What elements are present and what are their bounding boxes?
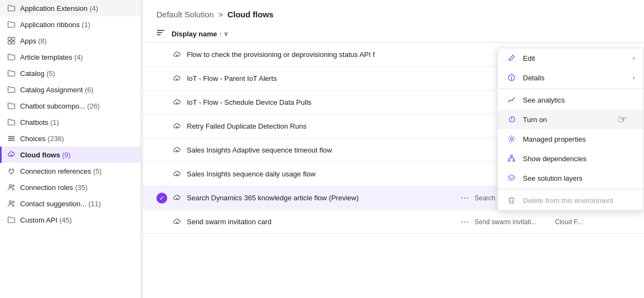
- menu-divider: [498, 189, 643, 189]
- row-col1: Send swarm invitati...: [475, 218, 551, 226]
- menu-item-edit[interactable]: Edit ›: [498, 48, 643, 68]
- info-icon: [507, 73, 516, 83]
- folder-icon: [7, 118, 16, 126]
- folder-icon: [7, 69, 16, 78]
- folder-icon: [7, 4, 16, 12]
- sidebar-item-chatbots[interactable]: Chatbots (1): [0, 114, 141, 130]
- flow-icon: [172, 145, 182, 156]
- row-more-button[interactable]: ⋯: [459, 217, 470, 227]
- row-more-button[interactable]: ⋯: [459, 193, 470, 203]
- menu-item-delete: Delete from this environment: [498, 191, 643, 210]
- flow-icon: [172, 97, 182, 108]
- menu-item-label: See analytics: [523, 96, 635, 104]
- row-unselected: [156, 97, 167, 108]
- svg-point-17: [511, 76, 512, 77]
- sidebar-label: Connection roles (35): [20, 183, 134, 192]
- flow-icon: [172, 121, 182, 132]
- breadcrumb-current: Cloud flows: [228, 10, 274, 19]
- folder-icon: [7, 20, 16, 29]
- people-icon: [7, 183, 16, 192]
- svg-point-10: [9, 201, 11, 203]
- svg-rect-21: [513, 160, 515, 162]
- svg-rect-4: [8, 136, 15, 137]
- sidebar-label: Chatbots (1): [20, 118, 134, 126]
- row-display-name: Search Dynamics 365 knowledge article fl…: [187, 194, 455, 202]
- sidebar-item-article-templates[interactable]: Article templates (4): [0, 49, 141, 65]
- sidebar-label: Catalog (5): [20, 69, 134, 78]
- main-content: Default Solution > Cloud flows Display n…: [143, 0, 644, 298]
- flow-icon: [172, 217, 182, 227]
- sidebar-item-connection-references[interactable]: Connection references (5): [0, 163, 141, 179]
- flow-icon: [172, 169, 182, 180]
- svg-point-18: [510, 138, 513, 140]
- table-sort-icon[interactable]: [156, 29, 165, 39]
- sidebar-item-catalog[interactable]: Catalog (5): [0, 65, 141, 81]
- pencil-icon: [507, 53, 516, 63]
- menu-item-see-analytics[interactable]: See analytics: [498, 90, 643, 110]
- menu-item-see-solution-layers[interactable]: See solution layers: [498, 168, 643, 188]
- svg-rect-2: [8, 41, 11, 44]
- menu-item-turn-on[interactable]: Turn on ☞: [498, 110, 643, 129]
- sidebar-label: Catalog Assignment (6): [20, 86, 134, 94]
- menu-item-label: Details: [523, 74, 626, 82]
- menu-item-show-dependencies[interactable]: Show dependencies: [498, 149, 643, 168]
- folder-icon: [7, 85, 16, 94]
- sidebar-label: Connection references (5): [20, 167, 134, 175]
- sidebar-item-choices[interactable]: Choices (238): [0, 130, 141, 147]
- sidebar-label: Chatbot subcompo... (26): [20, 102, 134, 110]
- breadcrumb: Default Solution > Cloud flows: [143, 0, 644, 26]
- svg-rect-13: [157, 32, 162, 33]
- row-col2: Cloud F...: [555, 218, 631, 226]
- sidebar-item-catalog-assignment[interactable]: Catalog Assignment (6): [0, 81, 141, 98]
- sidebar-item-custom-api[interactable]: Custom API (45): [0, 212, 141, 228]
- plug-icon: [7, 167, 16, 175]
- row-unselected: [156, 73, 167, 84]
- sidebar-item-contact-suggestion[interactable]: Contact suggestion... (11): [0, 195, 141, 212]
- menu-item-details[interactable]: Details ›: [498, 68, 643, 87]
- chart-icon: [507, 95, 516, 105]
- breadcrumb-separator: >: [218, 10, 223, 19]
- sidebar-label: Article templates (4): [20, 53, 134, 61]
- sidebar-label: Contact suggestion... (11): [20, 200, 134, 208]
- cloud-flow-icon: [7, 150, 16, 159]
- sidebar-item-application-ribbons[interactable]: Application ribbons (1): [0, 16, 141, 33]
- breadcrumb-parent[interactable]: Default Solution: [156, 10, 214, 19]
- hierarchy-icon: [507, 154, 516, 163]
- row-unselected: [156, 121, 167, 132]
- folder-icon: [7, 102, 16, 110]
- folder-icon: [7, 53, 16, 61]
- layers-icon: [507, 173, 516, 183]
- flow-icon: [172, 193, 182, 204]
- sort-arrows[interactable]: ↑ ∨: [219, 30, 229, 37]
- sidebar-item-chatbot-subcompo[interactable]: Chatbot subcompo... (26): [0, 98, 141, 114]
- trash-icon: [507, 195, 516, 205]
- row-display-name: Send swarm invitation card: [187, 218, 455, 226]
- flow-icon: [172, 73, 182, 84]
- table-row[interactable]: Send swarm invitation card ⋯ Send swarm …: [143, 210, 644, 234]
- svg-rect-6: [8, 140, 15, 141]
- sidebar-item-connection-roles[interactable]: Connection roles (35): [0, 179, 141, 195]
- svg-rect-14: [157, 34, 161, 35]
- svg-rect-20: [508, 160, 510, 162]
- sidebar-label: Choices (238): [20, 135, 134, 143]
- column-header-display-name[interactable]: Display name ↑ ∨: [172, 30, 228, 38]
- grid-icon: [7, 36, 16, 45]
- sidebar-label: Application ribbons (1): [20, 21, 134, 29]
- row-selected-check: ✓: [156, 193, 167, 204]
- sidebar-item-cloud-flows[interactable]: Cloud flows (9): [0, 147, 141, 163]
- svg-rect-0: [8, 37, 11, 40]
- menu-arrow-icon: ›: [633, 54, 635, 62]
- table-header: Display name ↑ ∨: [143, 26, 644, 43]
- sidebar-label: Apps (8): [20, 37, 134, 45]
- row-unselected: [156, 145, 167, 156]
- sidebar: Application Extension (4) Application ri…: [0, 0, 141, 298]
- gear-icon: [507, 134, 516, 144]
- sidebar-item-apps[interactable]: Apps (8): [0, 33, 141, 49]
- menu-item-managed-properties[interactable]: Managed properties: [498, 129, 643, 149]
- menu-item-label: Managed properties: [523, 135, 635, 143]
- list-icon: [7, 134, 16, 143]
- row-unselected: [156, 169, 167, 180]
- row-unselected: [156, 49, 167, 60]
- sidebar-item-application-extension[interactable]: Application Extension (4): [0, 0, 141, 16]
- menu-item-label: Edit: [523, 54, 626, 62]
